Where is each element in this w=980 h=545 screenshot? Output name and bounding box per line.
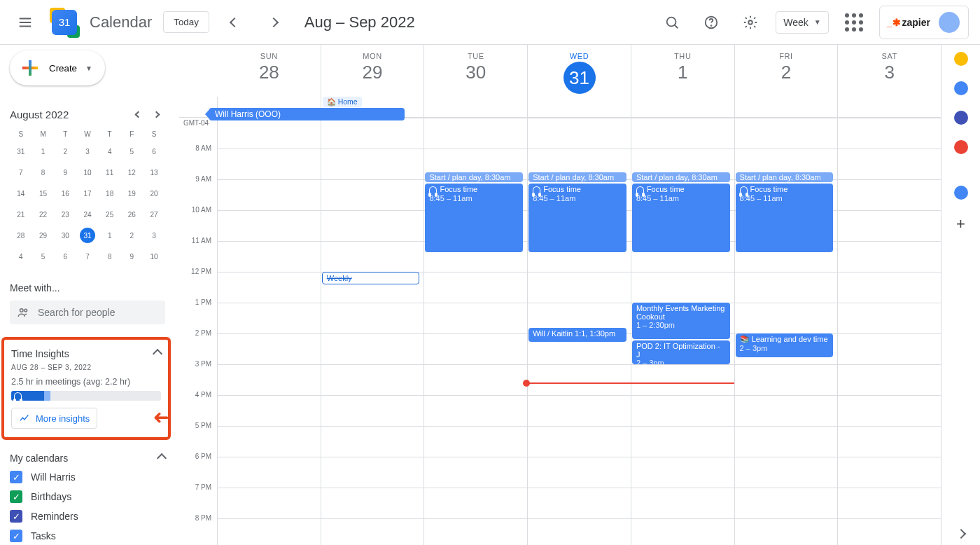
allday-slot[interactable] bbox=[527, 97, 631, 117]
help-icon[interactable] bbox=[697, 8, 725, 36]
time-slot[interactable] bbox=[321, 179, 424, 210]
mini-day[interactable]: 19 bbox=[121, 183, 144, 204]
allday-slot[interactable] bbox=[631, 97, 734, 117]
time-slot[interactable] bbox=[424, 518, 527, 545]
time-slot[interactable] bbox=[321, 395, 424, 426]
time-slot[interactable] bbox=[321, 364, 424, 395]
time-slot[interactable] bbox=[631, 426, 734, 457]
mini-day[interactable]: 3 bbox=[143, 225, 165, 246]
chevron-up-icon[interactable] bbox=[157, 453, 167, 463]
time-slot[interactable] bbox=[424, 426, 527, 457]
mini-calendar[interactable]: SMTWTFS 31123456789101112131415161718192… bbox=[10, 127, 165, 267]
time-slot[interactable] bbox=[734, 118, 838, 149]
mini-day[interactable]: 15 bbox=[32, 183, 55, 204]
mini-day[interactable]: 4 bbox=[99, 141, 121, 162]
mini-day[interactable]: 7 bbox=[76, 246, 99, 267]
time-slot[interactable] bbox=[321, 333, 424, 364]
time-slot[interactable] bbox=[217, 333, 321, 364]
time-slot[interactable] bbox=[837, 518, 941, 545]
time-slot[interactable] bbox=[217, 272, 321, 303]
time-slot[interactable] bbox=[217, 179, 321, 210]
time-slot[interactable] bbox=[321, 457, 424, 488]
time-slot[interactable] bbox=[734, 426, 838, 457]
time-slot[interactable] bbox=[217, 457, 321, 488]
get-addons-icon[interactable]: + bbox=[956, 215, 965, 233]
day-header[interactable]: TUE30 bbox=[424, 45, 527, 97]
time-slot[interactable] bbox=[837, 426, 941, 457]
mini-day[interactable]: 1 bbox=[32, 141, 55, 162]
mini-day[interactable]: 10 bbox=[143, 246, 165, 267]
mini-day[interactable]: 2 bbox=[54, 141, 76, 162]
search-icon[interactable] bbox=[658, 8, 686, 36]
time-slot[interactable] bbox=[734, 272, 838, 303]
time-slot[interactable] bbox=[217, 118, 321, 149]
prev-period-button[interactable] bbox=[220, 8, 248, 36]
time-slot[interactable] bbox=[837, 118, 941, 149]
search-people-input[interactable]: Search for people bbox=[10, 301, 165, 324]
time-slot[interactable] bbox=[527, 364, 631, 395]
time-insights-title[interactable]: Time Insights bbox=[11, 348, 69, 359]
time-slot[interactable] bbox=[217, 210, 321, 241]
mini-prev-button[interactable] bbox=[129, 105, 147, 123]
calendar-item[interactable]: ✓Birthdays bbox=[10, 490, 165, 503]
event[interactable]: Start / plan day, 8:30am bbox=[632, 172, 730, 182]
time-slot[interactable] bbox=[424, 364, 527, 395]
allday-slot[interactable] bbox=[837, 97, 941, 117]
mini-day[interactable]: 9 bbox=[121, 246, 144, 267]
mini-day[interactable]: 14 bbox=[10, 183, 32, 204]
time-slot[interactable] bbox=[424, 488, 527, 518]
create-button[interactable]: Create ▼ bbox=[10, 50, 105, 85]
time-slot[interactable] bbox=[527, 118, 631, 149]
time-slot[interactable] bbox=[424, 303, 527, 333]
day-header[interactable]: SUN28 bbox=[218, 45, 321, 97]
mini-day[interactable]: 7 bbox=[10, 162, 32, 183]
time-slot[interactable] bbox=[837, 149, 941, 179]
time-slot[interactable] bbox=[217, 426, 321, 457]
time-slot[interactable] bbox=[631, 488, 734, 518]
time-slot[interactable] bbox=[527, 395, 631, 426]
time-slot[interactable] bbox=[217, 395, 321, 426]
ooo-event[interactable]: Will Harris (OOO) bbox=[209, 108, 405, 120]
contacts-icon[interactable] bbox=[954, 111, 968, 125]
time-slot[interactable] bbox=[321, 488, 424, 518]
mini-day[interactable]: 8 bbox=[99, 246, 121, 267]
checkbox-icon[interactable]: ✓ bbox=[10, 471, 22, 483]
allday-slot[interactable] bbox=[734, 97, 838, 117]
tasks-icon[interactable] bbox=[954, 81, 968, 95]
hide-sidepanel-icon[interactable] bbox=[950, 523, 972, 545]
mini-day[interactable]: 28 bbox=[10, 225, 32, 246]
home-chip[interactable]: 🏠 Home bbox=[323, 97, 362, 107]
keep-icon[interactable] bbox=[954, 52, 968, 66]
time-slot[interactable] bbox=[734, 303, 838, 333]
time-slot[interactable] bbox=[217, 488, 321, 518]
time-slot[interactable] bbox=[631, 395, 734, 426]
main-menu-icon[interactable] bbox=[11, 8, 39, 36]
mini-day[interactable]: 6 bbox=[54, 246, 76, 267]
mini-day[interactable]: 6 bbox=[143, 141, 165, 162]
my-calendars-title[interactable]: My calendars bbox=[10, 453, 68, 464]
calendar-item[interactable]: ✓Will Harris bbox=[10, 471, 165, 483]
checkbox-icon[interactable]: ✓ bbox=[10, 530, 22, 542]
avatar[interactable] bbox=[937, 11, 961, 34]
event[interactable]: 📚 Learning and dev time2 – 3pm bbox=[736, 333, 834, 357]
time-slot[interactable] bbox=[527, 272, 631, 303]
time-slot[interactable] bbox=[734, 457, 838, 488]
time-slot[interactable] bbox=[734, 364, 838, 395]
time-slot[interactable] bbox=[837, 457, 941, 488]
time-slot[interactable] bbox=[837, 395, 941, 426]
mini-day[interactable]: 12 bbox=[121, 162, 144, 183]
event[interactable]: Start / plan day, 8:30am bbox=[425, 172, 523, 182]
time-slot[interactable] bbox=[734, 488, 838, 518]
mini-day[interactable]: 27 bbox=[143, 204, 165, 225]
time-slot[interactable] bbox=[631, 118, 734, 149]
time-slot[interactable] bbox=[217, 364, 321, 395]
today-button[interactable]: Today bbox=[163, 11, 209, 33]
mini-day[interactable]: 30 bbox=[54, 225, 76, 246]
time-slot[interactable] bbox=[527, 457, 631, 488]
event[interactable]: Weekly Education/Enablem bbox=[322, 272, 420, 284]
time-slot[interactable] bbox=[631, 518, 734, 545]
mini-day[interactable]: 9 bbox=[54, 162, 76, 183]
mini-day[interactable]: 26 bbox=[121, 204, 144, 225]
event[interactable]: Focus time8:45 – 11am bbox=[736, 184, 834, 252]
day-header[interactable]: MON29 bbox=[321, 45, 424, 97]
